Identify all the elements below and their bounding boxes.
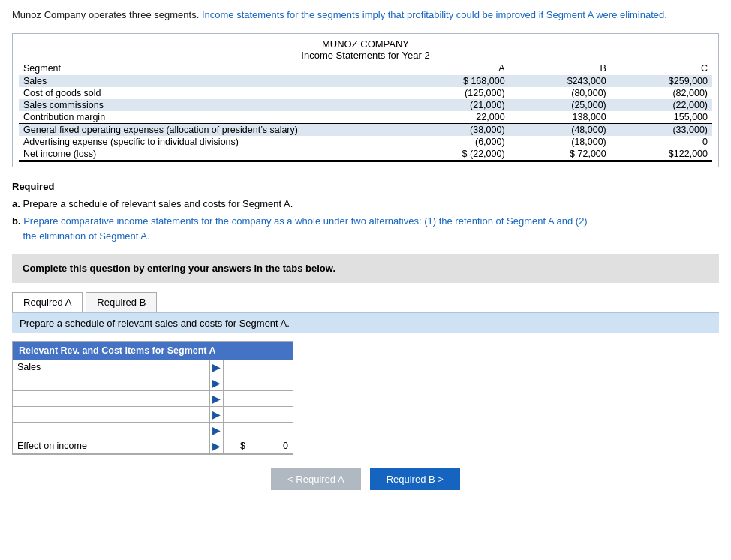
income-row-a-3: 22,000 bbox=[400, 111, 509, 124]
next-button[interactable]: Required B > bbox=[370, 468, 460, 490]
seg-row-label-2 bbox=[13, 391, 210, 407]
seg-row-input-3[interactable] bbox=[228, 409, 288, 420]
seg-row-0: Sales▶ bbox=[13, 360, 293, 375]
seg-row-value-0 bbox=[224, 360, 293, 375]
seg-row-value-4 bbox=[224, 423, 293, 438]
income-row-b-6: $ 72,000 bbox=[510, 148, 611, 161]
complete-box: Complete this question by entering your … bbox=[12, 254, 719, 283]
required-section: Required a. Prepare a schedule of releva… bbox=[12, 181, 719, 244]
income-row-label-6: Net income (loss) bbox=[19, 148, 400, 161]
instruction-bar: Prepare a schedule of relevant sales and… bbox=[12, 312, 719, 333]
income-row-a-5: (6,000) bbox=[400, 136, 509, 148]
income-row-b-3: 138,000 bbox=[510, 111, 611, 124]
seg-row-label-4 bbox=[13, 423, 210, 438]
effect-prefix: $ bbox=[240, 441, 245, 451]
income-row-a-1: (125,000) bbox=[400, 87, 509, 99]
col-c: C bbox=[611, 62, 712, 75]
seg-row-1: ▶ bbox=[13, 375, 293, 391]
effect-row: Effect on income ▶ $ bbox=[13, 438, 293, 454]
seg-row-4: ▶ bbox=[13, 423, 293, 438]
income-table: Segment A B C Sales$ 168,000$243,000$259… bbox=[19, 62, 712, 162]
required-item-a: a. Prepare a schedule of relevant sales … bbox=[12, 197, 719, 212]
income-row-c-4: (33,000) bbox=[611, 123, 712, 136]
tab-required-a[interactable]: Required A bbox=[12, 292, 83, 312]
col-b: B bbox=[510, 62, 611, 75]
income-row-c-5: 0 bbox=[611, 136, 712, 148]
segment-a-table-wrapper: Relevant Rev. and Cost items for Segment… bbox=[12, 341, 293, 455]
income-row-label-5: Advertising expense (specific to individ… bbox=[19, 136, 400, 148]
nav-buttons: < Required A Required B > bbox=[12, 468, 719, 490]
effect-label: Effect on income bbox=[13, 438, 210, 454]
seg-row-input-1[interactable] bbox=[228, 378, 288, 388]
intro-paragraph: Munoz Company operates three segments. I… bbox=[12, 8, 719, 23]
income-row-label-0: Sales bbox=[19, 75, 400, 87]
income-row-a-6: $ (22,000) bbox=[400, 148, 509, 161]
income-row-label-4: General fixed operating expenses (alloca… bbox=[19, 123, 400, 136]
seg-row-arrow-3: ▶ bbox=[210, 407, 224, 423]
prev-button[interactable]: < Required A bbox=[271, 468, 361, 490]
intro-highlight: Income statements for the segments imply… bbox=[202, 9, 667, 20]
effect-value-cell: $ bbox=[224, 438, 293, 454]
company-title: MUNOZ COMPANY Income Statements for Year… bbox=[19, 38, 712, 61]
seg-row-3: ▶ bbox=[13, 407, 293, 423]
income-row-b-5: (18,000) bbox=[510, 136, 611, 148]
seg-row-label-3 bbox=[13, 407, 210, 423]
seg-row-label-1 bbox=[13, 375, 210, 391]
income-row-c-0: $259,000 bbox=[611, 75, 712, 87]
income-row-a-0: $ 168,000 bbox=[400, 75, 509, 87]
seg-row-2: ▶ bbox=[13, 391, 293, 407]
income-row-6: Net income (loss)$ (22,000)$ 72,000$122,… bbox=[19, 148, 712, 161]
income-row-3: Contribution margin22,000138,000155,000 bbox=[19, 111, 712, 124]
seg-row-arrow-2: ▶ bbox=[210, 391, 224, 407]
income-row-1: Cost of goods sold(125,000)(80,000)(82,0… bbox=[19, 87, 712, 99]
seg-row-value-3 bbox=[224, 407, 293, 423]
required-label: Required bbox=[12, 181, 719, 192]
seg-row-input-4[interactable] bbox=[228, 425, 288, 435]
seg-row-label-0: Sales bbox=[13, 360, 210, 375]
income-row-label-3: Contribution margin bbox=[19, 111, 400, 124]
seg-row-arrow-4: ▶ bbox=[210, 423, 224, 438]
seg-row-input-0[interactable] bbox=[228, 362, 288, 372]
income-row-b-4: (48,000) bbox=[510, 123, 611, 136]
income-row-c-2: (22,000) bbox=[611, 99, 712, 111]
income-row-c-6: $122,000 bbox=[611, 148, 712, 161]
income-row-b-0: $243,000 bbox=[510, 75, 611, 87]
effect-value-input[interactable] bbox=[251, 441, 288, 451]
income-row-a-4: (38,000) bbox=[400, 123, 509, 136]
income-statement-wrapper: MUNOZ COMPANY Income Statements for Year… bbox=[12, 33, 719, 167]
income-row-b-2: (25,000) bbox=[510, 99, 611, 111]
seg-row-input-2[interactable] bbox=[228, 393, 288, 404]
seg-row-value-2 bbox=[224, 391, 293, 407]
income-row-c-3: 155,000 bbox=[611, 111, 712, 124]
col-segment: Segment bbox=[19, 62, 400, 75]
income-row-b-1: (80,000) bbox=[510, 87, 611, 99]
income-row-5: Advertising expense (specific to individ… bbox=[19, 136, 712, 148]
income-row-0: Sales$ 168,000$243,000$259,000 bbox=[19, 75, 712, 87]
effect-arrow: ▶ bbox=[210, 438, 224, 454]
income-row-c-1: (82,000) bbox=[611, 87, 712, 99]
income-row-2: Sales commissions(21,000)(25,000)(22,000… bbox=[19, 99, 712, 111]
tabs-row: Required A Required B bbox=[12, 292, 719, 312]
income-row-label-1: Cost of goods sold bbox=[19, 87, 400, 99]
income-row-4: General fixed operating expenses (alloca… bbox=[19, 123, 712, 136]
seg-row-value-1 bbox=[224, 375, 293, 391]
required-item-b: b. Prepare comparative income statements… bbox=[12, 214, 719, 243]
tab-required-b[interactable]: Required B bbox=[86, 292, 157, 312]
income-row-label-2: Sales commissions bbox=[19, 99, 400, 111]
seg-row-arrow-0: ▶ bbox=[210, 360, 224, 375]
col-a: A bbox=[400, 62, 509, 75]
seg-row-arrow-1: ▶ bbox=[210, 375, 224, 391]
segment-table-header: Relevant Rev. and Cost items for Segment… bbox=[13, 342, 293, 360]
income-row-a-2: (21,000) bbox=[400, 99, 509, 111]
segment-table: Sales▶▶▶▶▶ Effect on income ▶ $ bbox=[13, 360, 293, 454]
